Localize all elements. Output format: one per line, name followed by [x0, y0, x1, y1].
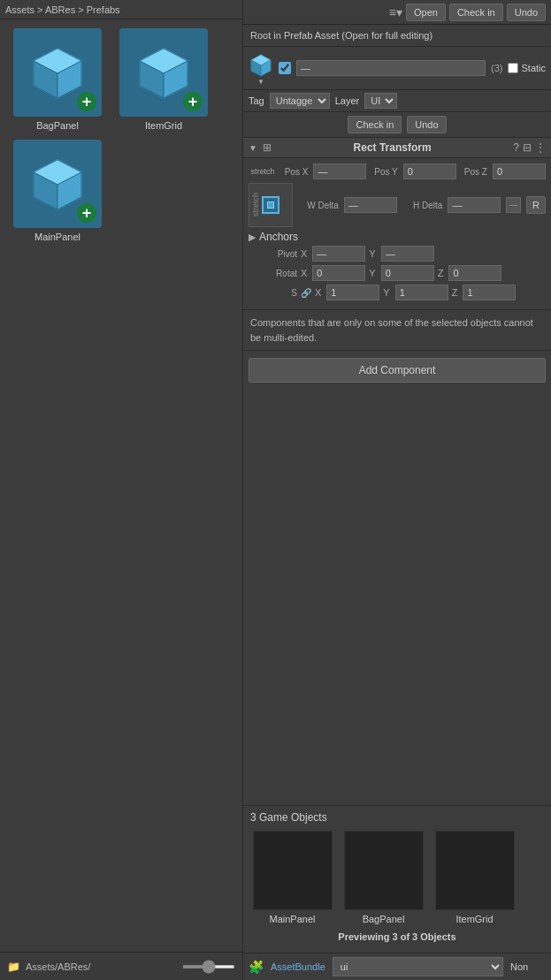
menu-icon[interactable]: ⋮	[535, 141, 546, 154]
checkin-button[interactable]: Check in	[348, 116, 402, 133]
game-objects-section: 3 Game Objects MainPanel BagPanel ItemGr…	[243, 805, 551, 953]
enabled-checkbox-area[interactable]	[279, 62, 291, 74]
inspector-cube-svg	[249, 52, 273, 77]
previewing-label: Previewing 3 of 3 Objects	[250, 931, 544, 942]
scale-y-input[interactable]	[395, 285, 448, 300]
w-delta-label: W Delta	[298, 201, 339, 210]
rot-y-input[interactable]	[381, 265, 434, 281]
asset-item-bagpanel[interactable]: + BagPanel	[9, 28, 106, 131]
anchor-toggle[interactable]: ▶	[249, 232, 256, 243]
rot-z-label: Z	[438, 268, 444, 278]
scale-z-input[interactable]	[463, 285, 516, 300]
zoom-range-input[interactable]	[182, 965, 235, 969]
scale-label: S	[249, 288, 297, 298]
stretch-diagram: stretch	[249, 183, 293, 227]
object-name-field[interactable]	[296, 60, 486, 76]
add-component-button[interactable]: Add Component	[249, 358, 546, 383]
bottom-bar: 📁 Assets/ABRes/	[0, 952, 242, 980]
pivot-x-input[interactable]	[312, 246, 365, 262]
asset-bundle-select[interactable]: ui	[333, 957, 503, 976]
info-banner-text: Root in Prefab Asset (Open for full edit…	[250, 30, 432, 41]
go-label-mainpanel: MainPanel	[270, 914, 316, 924]
scale-row: S 🔗 X Y Z	[249, 285, 546, 300]
rot-x-input[interactable]	[312, 265, 365, 281]
stretch-h-label: stretch	[251, 167, 275, 176]
pos-z-input[interactable]	[493, 163, 546, 179]
add-component-label: Add Component	[359, 364, 436, 376]
scale-z-label: Z	[452, 287, 458, 298]
rot-x-label: X	[301, 268, 307, 278]
asset-label-bagpanel: BagPanel	[36, 120, 79, 131]
rotation-row: Rotat X Y Z	[249, 265, 546, 281]
pos-x-input[interactable]	[313, 163, 366, 179]
scale-x-label: X	[315, 287, 321, 298]
go-item-bagpanel[interactable]: BagPanel	[341, 831, 425, 924]
inspector-cube-icon: ▼	[249, 50, 273, 86]
layer-select[interactable]: UI	[364, 93, 397, 109]
h-delta-input[interactable]	[448, 197, 501, 213]
asset-item-itemgrid[interactable]: + ItemGrid	[115, 28, 212, 131]
plus-badge-bagpanel: +	[77, 92, 96, 111]
puzzle-icon: 🧩	[249, 960, 264, 974]
h-delta-label: H Delta	[402, 201, 443, 210]
asset-icon-mainpanel: +	[13, 140, 102, 228]
info-banner: Root in Prefab Asset (Open for full edit…	[243, 25, 551, 47]
top-bar: ≡▾ Open Check in Undo	[243, 0, 551, 25]
static-checkbox-area[interactable]: Static	[508, 63, 546, 73]
dropdown-arrow-icon: ▼	[257, 78, 264, 86]
breadcrumb: Assets > ABRes > Prefabs	[0, 0, 242, 19]
checkin-bar: Check in Undo	[243, 112, 551, 138]
asset-row-1: + BagPanel + ItemGrid	[9, 28, 233, 131]
pos-y-label: Pos Y	[371, 167, 397, 177]
game-objects-grid: MainPanel BagPanel ItemGrid	[250, 831, 544, 924]
undo-button-top[interactable]: Undo	[507, 4, 546, 21]
asset-icon-itemgrid: +	[119, 28, 208, 117]
go-preview-itemgrid	[435, 831, 515, 910]
section-collapse-icon[interactable]: ▼	[249, 143, 257, 153]
rect-transform-section-header: ▼ ⊞ Rect Transform ? ⊟ ⋮	[243, 138, 551, 158]
pos-y-input[interactable]	[403, 163, 456, 179]
game-objects-header: 3 Game Objects	[250, 811, 544, 824]
bottom-bar-path: Assets/ABRes/	[26, 961, 90, 972]
stretch-v-label: stretch	[251, 193, 260, 217]
zoom-slider[interactable]	[182, 965, 235, 969]
tag-select[interactable]: Untagge	[270, 93, 330, 109]
asset-label-itemgrid: ItemGrid	[145, 120, 182, 131]
plus-badge-mainpanel: +	[77, 203, 96, 223]
pivot-row: Pivot X Y	[249, 246, 546, 262]
asset-item-mainpanel[interactable]: + MainPanel	[9, 140, 106, 242]
undo-button[interactable]: Undo	[407, 116, 446, 133]
help-icon[interactable]: ?	[513, 141, 519, 154]
tag-layer-row: Tag Untagge Layer UI	[243, 90, 551, 112]
pos-x-label: Pos X	[282, 167, 308, 177]
go-label-itemgrid: ItemGrid	[455, 914, 493, 924]
settings-icon[interactable]: ⊟	[523, 141, 532, 154]
static-label: Static	[521, 63, 546, 73]
pos-z-label: Pos Z	[462, 167, 487, 177]
w-delta-input[interactable]	[344, 197, 397, 213]
pivot-y-label: Y	[369, 248, 375, 259]
left-panel: Assets > ABRes > Prefabs + BagPanel	[0, 0, 243, 980]
pivot-y-input[interactable]	[381, 246, 434, 262]
count-badge: (3)	[491, 63, 502, 73]
rot-y-label: Y	[369, 268, 375, 278]
pivot-label: Pivot	[249, 249, 297, 259]
plus-badge-itemgrid: +	[183, 92, 203, 111]
spacer	[243, 390, 551, 805]
scale-x-input[interactable]	[326, 285, 379, 300]
asset-label-mainpanel: MainPanel	[34, 232, 80, 242]
rt-pos-row: stretch Pos X Pos Y Pos Z	[249, 163, 546, 179]
open-button[interactable]: Open	[406, 4, 446, 21]
right-panel: ≡▾ Open Check in Undo Root in Prefab Ass…	[243, 0, 551, 980]
checkin-button-top[interactable]: Check in	[449, 4, 503, 21]
rect-transform-body: stretch Pos X Pos Y Pos Z stretch W Delt…	[243, 158, 551, 310]
static-checkbox[interactable]	[508, 63, 518, 73]
rotation-label: Rotat	[249, 269, 297, 278]
r-button[interactable]: R	[526, 196, 546, 214]
breadcrumb-text: Assets > ABRes > Prefabs	[5, 4, 120, 15]
enabled-checkbox[interactable]	[279, 62, 291, 74]
rot-z-input[interactable]	[448, 265, 501, 281]
go-item-itemgrid[interactable]: ItemGrid	[432, 831, 517, 924]
go-label-bagpanel: BagPanel	[363, 914, 405, 924]
go-item-mainpanel[interactable]: MainPanel	[250, 831, 334, 924]
